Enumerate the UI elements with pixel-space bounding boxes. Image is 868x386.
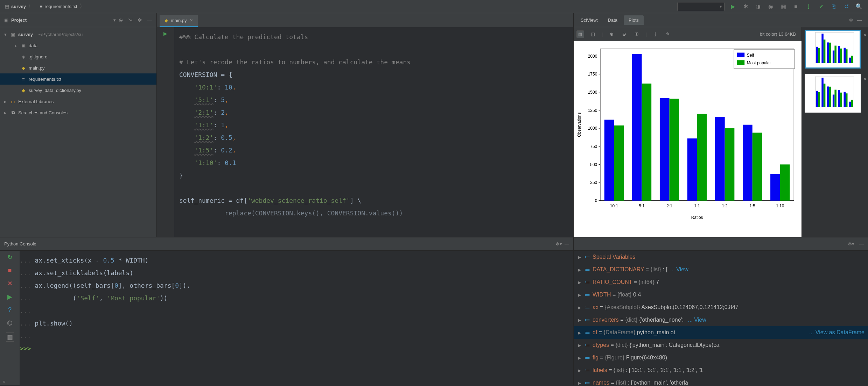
scratches[interactable]: ▸ ⧉ Scratches and Consoles (0, 107, 156, 118)
execute-icon[interactable]: ▶ (7, 293, 12, 301)
stop-icon[interactable]: ■ (792, 3, 799, 10)
code-area[interactable]: #%% Calculate the predicted totals # Let… (174, 27, 573, 237)
concurrency-icon[interactable]: ▦ (780, 3, 787, 10)
breadcrumb-root[interactable]: ▤ survey 〉 (3, 2, 36, 11)
chevron-down-icon[interactable]: ▾ (113, 17, 116, 23)
plot-canvas[interactable]: 02505007501000125015001750200010:15:12:1… (574, 41, 802, 237)
run-cell-icon[interactable]: ▶ (163, 31, 167, 36)
run-config-select[interactable]: ▾ (677, 2, 724, 11)
editor-tab-main-py[interactable]: ◆ main.py ✕ (160, 15, 198, 27)
view-link[interactable]: ... View (667, 266, 688, 272)
tool-window-bar[interactable]: » (3, 379, 5, 384)
actual-size-icon[interactable]: ▩ (576, 30, 584, 38)
fit-icon[interactable]: ◫ (589, 30, 597, 38)
profile-icon[interactable]: ◉ (767, 3, 774, 10)
variable-row[interactable]: ▸ ≔ dtypes = {dict} {'python_main': Cate… (574, 339, 868, 351)
tree-item-label: survey_data_dictionary.py (29, 88, 81, 93)
svg-rect-20 (614, 126, 624, 201)
coverage-icon[interactable]: ◑ (755, 3, 762, 10)
variable-row[interactable]: ▸ ≔ DATA_DICTIONARY = {list} : [... View (574, 263, 868, 276)
stop-icon[interactable]: ■ (8, 267, 12, 274)
folder-icon: ▣ (10, 32, 16, 37)
file-icon: ≡ (20, 77, 27, 82)
help-icon[interactable]: ? (8, 306, 12, 314)
scratches-label: Scratches and Consoles (18, 110, 68, 115)
console-gutter: ↻ ■ ✕ ▶ ? ⌬ ▦ (0, 251, 20, 385)
plot-toolbar: ▩ ◫ | ⊕ ⊖ ① | ⭳ ✎ bit color) 13.64KB (574, 27, 802, 41)
svg-rect-32 (725, 128, 735, 201)
tree-item[interactable]: ◆main.py (0, 62, 156, 73)
run-icon[interactable]: ▶ (729, 3, 736, 10)
settings-icon[interactable]: ✻ (849, 17, 853, 23)
variable-row[interactable]: ▸ ≔ ax = {AxesSubplot} AxesSubplot(0.124… (574, 301, 868, 314)
svg-text:1:1: 1:1 (694, 203, 700, 208)
arrow-down-icon: ▾ (3, 32, 8, 37)
zoom-reset-icon[interactable]: ① (633, 30, 640, 38)
settings-icon[interactable]: ✻ (138, 17, 142, 23)
tree-item-label: requirements.txt (29, 77, 61, 82)
rerun-icon[interactable]: ↻ (7, 253, 13, 261)
locate-icon[interactable]: ⊕ (119, 17, 123, 23)
zoom-in-icon[interactable]: ⊕ (608, 30, 615, 38)
vcs-commit-icon[interactable]: ✔ (818, 3, 825, 10)
expand-all-icon[interactable]: ⇲ (128, 17, 133, 23)
search-icon[interactable]: 🔍 (855, 3, 862, 10)
color-picker-icon[interactable]: ✎ (664, 30, 672, 38)
library-icon: ⫾⫾ (10, 99, 16, 104)
breadcrumb-file[interactable]: ≡ requirements.txt 〉 (38, 2, 87, 11)
tree-item[interactable]: ◈.gitignore (0, 51, 156, 62)
hide-icon[interactable]: — (854, 17, 864, 23)
vcs-push-icon[interactable]: ⎘ (830, 3, 837, 10)
vcs-update-icon[interactable]: ⭭ (805, 3, 812, 10)
show-vars-icon[interactable]: ▦ (6, 333, 14, 342)
variable-row[interactable]: ▸ ≔ df = {DataFrame} python_main ot... V… (574, 326, 868, 339)
tree-root[interactable]: ▾ ▣ survey ~/PycharmProjects/su (0, 29, 156, 40)
close-icon[interactable]: ✕ (190, 18, 193, 23)
tree-item[interactable]: ≡requirements.txt (0, 73, 156, 85)
sciview-tab-data[interactable]: Data (603, 15, 622, 25)
console-output[interactable]: ... ax.set_xticks(x - 0.5 * WIDTH) ... a… (20, 251, 573, 385)
variable-row[interactable]: ▸ ≔ converters = {dict} {'otherlang_none… (574, 314, 868, 326)
view-link[interactable]: ... View (685, 317, 706, 323)
svg-text:Most popular: Most popular (747, 60, 771, 65)
history-icon[interactable]: ↺ (843, 3, 850, 10)
close-icon[interactable]: ✕ (7, 280, 13, 287)
arrow-right-icon: ▸ (577, 329, 582, 336)
plot-thumb-2[interactable]: ✕ (805, 74, 861, 113)
settings-icon[interactable]: ✻▾ (848, 241, 854, 246)
zoom-out-icon[interactable]: ⊖ (620, 30, 628, 38)
svg-rect-67 (844, 48, 846, 63)
settings-icon[interactable]: ✻▾ (556, 241, 562, 246)
tree-item-label: data (29, 43, 37, 48)
svg-rect-92 (846, 93, 848, 107)
close-icon[interactable]: ✕ (863, 77, 867, 81)
variable-row[interactable]: ▸ ≔ fig = {Figure} Figure(640x480) (574, 351, 868, 364)
variable-row[interactable]: ▸ ≔ names = {list} : ['python_main', 'ot… (574, 377, 868, 385)
sciview-tab-plots[interactable]: Plots (624, 15, 644, 25)
tree-item[interactable]: ▸▣data (0, 40, 156, 51)
attach-debugger-icon[interactable]: ⌬ (7, 319, 13, 327)
variable-row[interactable]: ▸ ≔ RATIO_COUNT = {int64} 7 (574, 276, 868, 288)
svg-text:250: 250 (590, 180, 597, 185)
svg-rect-84 (824, 84, 826, 107)
var-icon: ≔ (584, 254, 590, 260)
hide-icon[interactable]: — (859, 241, 864, 246)
close-icon[interactable]: ✕ (863, 33, 867, 37)
svg-rect-37 (770, 174, 780, 200)
external-libraries-label: External Libraries (18, 99, 54, 104)
breadcrumb-bar: ▤ survey 〉 ≡ requirements.txt 〉 ▾ ▶ ✱ ◑ … (0, 0, 868, 13)
external-libraries[interactable]: ▸ ⫾⫾ External Libraries (0, 96, 156, 107)
view-link[interactable]: ... View as DataFrame (806, 329, 864, 336)
arrow-icon: ▸ (13, 43, 18, 48)
hide-icon[interactable]: — (147, 17, 152, 23)
variable-row[interactable]: ▸ ≔ WIDTH = {float} 0.4 (574, 288, 868, 301)
plot-thumb-1[interactable]: ✕ (805, 30, 861, 69)
variable-row[interactable]: ▸ ≔ Special Variables (574, 251, 868, 263)
hide-icon[interactable]: — (565, 241, 569, 246)
tree-item[interactable]: ◆survey_data_dictionary.py (0, 85, 156, 96)
variable-row[interactable]: ▸ ≔ labels = {list} : ['10:1', '5:1', '2… (574, 364, 868, 377)
svg-rect-86 (829, 87, 831, 107)
debug-icon[interactable]: ✱ (742, 3, 749, 10)
save-icon[interactable]: ⭳ (652, 30, 659, 38)
svg-text:1:10: 1:10 (776, 203, 784, 208)
